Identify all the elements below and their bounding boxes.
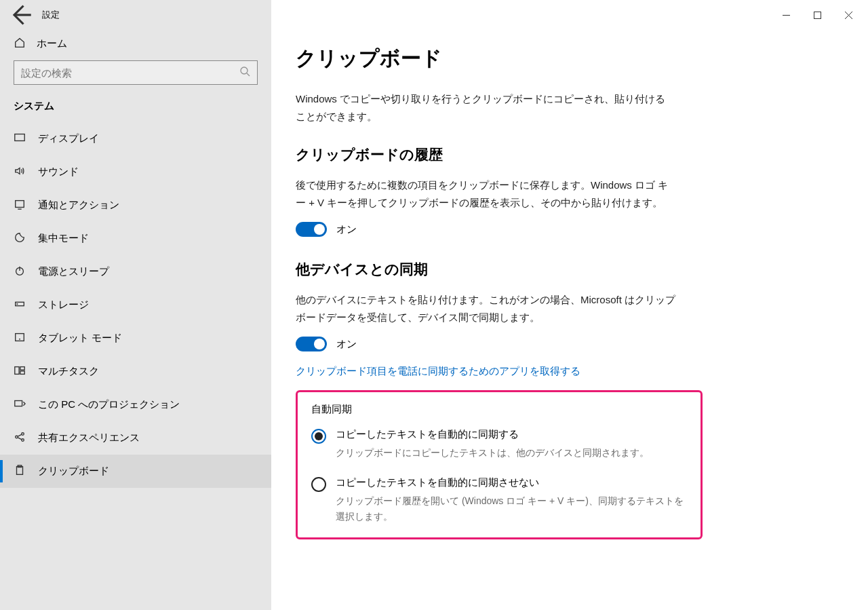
home-icon [14, 37, 26, 51]
nav-label: この PC へのプロジェクション [38, 398, 180, 411]
svg-point-13 [22, 433, 24, 436]
svg-rect-9 [20, 367, 24, 370]
close-button[interactable] [833, 0, 864, 30]
svg-rect-11 [15, 401, 22, 406]
multitask-icon [14, 364, 26, 379]
svg-point-1 [241, 67, 248, 74]
title-bar: 設定 [0, 0, 868, 30]
svg-point-12 [16, 436, 18, 438]
radio-label: コピーしたテキストを自動的に同期させない [336, 476, 687, 489]
sidebar: ホーム システム ディスプレイ サウンド 通知とアクション [0, 30, 271, 610]
svg-point-14 [22, 439, 24, 442]
minimize-button[interactable] [770, 0, 802, 30]
nav-shared[interactable]: 共有エクスペリエンス [0, 421, 271, 455]
nav-projection[interactable]: この PC へのプロジェクション [0, 388, 271, 421]
main-content: クリップボード Windows でコピーや切り取りを行うとクリップボードにコピー… [271, 30, 868, 610]
page-title: クリップボード [296, 45, 844, 73]
nav-label: 集中モード [38, 232, 89, 245]
nav-clipboard[interactable]: クリップボード [0, 455, 271, 488]
nav-label: ストレージ [38, 299, 89, 311]
history-heading: クリップボードの履歴 [296, 145, 844, 164]
search-box[interactable] [14, 60, 258, 85]
power-icon [14, 265, 26, 279]
nav-label: タブレット モード [38, 332, 122, 345]
display-icon [14, 132, 26, 146]
nav-label: クリップボード [38, 465, 109, 478]
nav-power[interactable]: 電源とスリープ [0, 255, 271, 288]
search-icon [239, 66, 250, 79]
notifications-icon [14, 198, 26, 212]
sync-toggle[interactable] [296, 337, 327, 351]
svg-rect-2 [15, 134, 24, 141]
maximize-button[interactable] [802, 0, 833, 30]
sync-app-link[interactable]: クリップボード項目を電話に同期するためのアプリを取得する [296, 365, 844, 378]
nav-focus[interactable]: 集中モード [0, 222, 271, 255]
back-button[interactable] [8, 3, 33, 27]
svg-rect-3 [16, 201, 24, 208]
sync-toggle-label: オン [336, 338, 357, 351]
history-desc: 後で使用するために複数の項目をクリップボードに保存します。Windows ロゴ … [296, 176, 675, 211]
nav-notifications[interactable]: 通知とアクション [0, 189, 271, 222]
home-label: ホーム [37, 37, 67, 50]
intro-text: Windows でコピーや切り取りを行うとクリップボードにコピーされ、貼り付ける… [296, 90, 675, 125]
home-nav[interactable]: ホーム [0, 30, 271, 60]
storage-icon [14, 298, 26, 312]
auto-sync-section: 自動同期 コピーしたテキストを自動的に同期する クリップボードにコピーしたテキス… [296, 390, 703, 539]
nav-list: ディスプレイ サウンド 通知とアクション 集中モード 電源とスリープ [0, 122, 271, 488]
sound-icon [14, 165, 26, 179]
tablet-icon [14, 331, 26, 345]
nav-sound[interactable]: サウンド [0, 155, 271, 189]
radio-icon [311, 429, 326, 444]
auto-sync-heading: 自動同期 [311, 403, 687, 416]
radio-desc: クリップボード履歴を開いて (Windows ロゴ キー + V キー)、同期す… [336, 493, 687, 524]
svg-rect-10 [20, 371, 24, 375]
nav-storage[interactable]: ストレージ [0, 288, 271, 322]
radio-desc: クリップボードにコピーしたテキストは、他のデバイスと同期されます。 [336, 445, 649, 460]
svg-point-6 [17, 304, 18, 305]
svg-rect-7 [16, 334, 24, 341]
search-input[interactable] [21, 67, 239, 79]
clipboard-icon [14, 464, 26, 478]
svg-rect-0 [814, 12, 821, 18]
radio-label: コピーしたテキストを自動的に同期する [336, 428, 649, 441]
svg-rect-8 [15, 367, 19, 375]
nav-label: 共有エクスペリエンス [38, 432, 140, 444]
radio-auto-sync-off[interactable]: コピーしたテキストを自動的に同期させない クリップボード履歴を開いて (Wind… [311, 476, 687, 524]
radio-auto-sync-on[interactable]: コピーしたテキストを自動的に同期する クリップボードにコピーしたテキストは、他の… [311, 428, 687, 460]
history-toggle[interactable] [296, 222, 327, 237]
focus-icon [14, 231, 26, 246]
sync-heading: 他デバイスとの同期 [296, 260, 844, 279]
radio-icon [311, 477, 326, 492]
nav-tablet[interactable]: タブレット モード [0, 322, 271, 355]
nav-multitask[interactable]: マルチタスク [0, 355, 271, 388]
settings-window: 設定 ホーム システム ディスプレイ [0, 0, 868, 610]
nav-label: 電源とスリープ [38, 265, 109, 278]
nav-label: ディスプレイ [38, 132, 99, 145]
history-toggle-label: オン [336, 223, 357, 236]
shared-icon [14, 431, 26, 445]
projection-icon [14, 398, 26, 412]
nav-display[interactable]: ディスプレイ [0, 122, 271, 155]
category-label: システム [0, 100, 271, 122]
nav-label: マルチタスク [38, 365, 99, 378]
app-title: 設定 [42, 9, 60, 21]
nav-label: 通知とアクション [38, 199, 119, 212]
svg-rect-15 [17, 467, 23, 475]
sync-desc: 他のデバイスにテキストを貼り付けます。これがオンの場合、Microsoft はク… [296, 291, 675, 326]
nav-label: サウンド [38, 166, 79, 178]
